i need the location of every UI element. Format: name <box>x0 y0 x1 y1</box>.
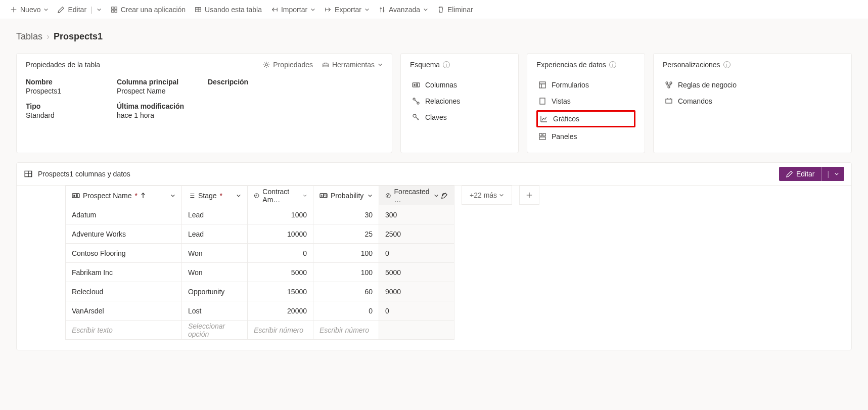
chevron-down-icon <box>97 7 102 12</box>
nav-business-rules[interactable]: Reglas de negocio <box>663 78 842 92</box>
formula-edit-icon <box>441 192 448 199</box>
val-tipo: Standard <box>26 111 117 119</box>
lbl-tipo: Tipo <box>26 102 117 110</box>
cell-probability[interactable]: 0 <box>313 301 379 321</box>
nav-keys[interactable]: Claves <box>410 110 509 124</box>
cell-probability[interactable]: 60 <box>313 282 379 301</box>
fx-icon <box>385 192 391 199</box>
col-header-forecasted[interactable]: Forecasted … <box>379 186 454 205</box>
cell-amount[interactable]: 5000 <box>248 263 313 282</box>
cell-name[interactable]: VanArsdel <box>66 301 182 321</box>
new-amount-input[interactable]: Escribir número <box>248 321 313 340</box>
chevron-down-icon <box>303 193 307 198</box>
add-column-button[interactable] <box>519 186 539 205</box>
fx-icon <box>254 192 259 199</box>
cell-amount[interactable]: 10000 <box>248 224 313 244</box>
advanced-button[interactable]: Avanzada <box>375 0 432 19</box>
val-nombre: Prospects1 <box>26 87 117 95</box>
table-row[interactable]: Contoso FlooringWon01000 <box>66 244 454 263</box>
new-prob-input[interactable]: Escribir número <box>313 321 379 340</box>
cell-probability[interactable]: 30 <box>313 205 379 224</box>
tools-action[interactable]: Herramientas <box>322 61 383 69</box>
form-icon <box>538 81 546 89</box>
info-icon[interactable]: i <box>443 61 450 68</box>
customizations-card: Personalizaciones i Reglas de negocio Co… <box>653 53 852 153</box>
cell-probability[interactable]: 25 <box>313 224 379 244</box>
val-ultmod: hace 1 hora <box>117 111 208 119</box>
cell-stage[interactable]: Won <box>182 244 248 263</box>
cell-amount[interactable]: 20000 <box>248 301 313 321</box>
breadcrumb-root[interactable]: Tablas <box>16 31 42 42</box>
edit-chevron-button[interactable]: | <box>821 167 844 181</box>
schema-card: Esquema i Columnas Relaciones Claves <box>400 53 519 153</box>
new-button[interactable]: Nuevo <box>6 0 53 19</box>
cell-amount[interactable]: 15000 <box>248 282 313 301</box>
nav-views[interactable]: Vistas <box>536 94 635 108</box>
nav-relations[interactable]: Relaciones <box>410 94 509 108</box>
chevron-down-icon <box>236 193 241 198</box>
cell-amount[interactable]: 1000 <box>248 205 313 224</box>
create-app-button[interactable]: Crear una aplicación <box>107 0 190 19</box>
cell-name[interactable]: Relecloud <box>66 282 182 301</box>
info-icon[interactable]: i <box>723 61 730 68</box>
using-table-button[interactable]: Usando esta tabla <box>191 0 266 19</box>
cell-name[interactable]: Contoso Flooring <box>66 244 182 263</box>
nav-dashboards[interactable]: Paneles <box>536 129 635 144</box>
nav-forms[interactable]: Formularios <box>536 78 635 92</box>
table-row[interactable]: VanArsdelLost2000000 <box>66 301 454 321</box>
more-columns-button[interactable]: +22 más <box>462 186 512 205</box>
edit-main-button[interactable]: Editar <box>779 167 822 181</box>
table-row[interactable]: RelecloudOpportunity15000609000 <box>66 282 454 301</box>
col-header-stage[interactable]: Stage* <box>182 186 248 205</box>
chevron-down-icon <box>170 193 175 198</box>
nav-columns[interactable]: Columnas <box>410 78 509 92</box>
cell-name[interactable]: Fabrikam Inc <box>66 263 182 282</box>
edit-button[interactable]: Editar | <box>54 0 105 19</box>
new-label: Nuevo <box>20 6 40 14</box>
cell-name[interactable]: Adatum <box>66 205 182 224</box>
export-button[interactable]: Exportar <box>321 0 374 19</box>
delete-button[interactable]: Eliminar <box>433 0 477 19</box>
cell-stage[interactable]: Opportunity <box>182 282 248 301</box>
create-app-label: Crear una aplicación <box>121 6 186 14</box>
cell-stage[interactable]: Lost <box>182 301 248 321</box>
cell-stage[interactable]: Won <box>182 263 248 282</box>
col-header-amount[interactable]: Contract Am… <box>248 186 313 205</box>
import-button[interactable]: Importar <box>267 0 319 19</box>
relations-icon <box>412 97 420 105</box>
cell-probability[interactable]: 100 <box>313 263 379 282</box>
toolbox-icon <box>322 61 329 68</box>
lbl-nombre: Nombre <box>26 78 117 86</box>
new-stage-input[interactable]: Seleccionar opción <box>182 321 248 340</box>
chevron-down-icon <box>434 193 439 198</box>
new-name-input[interactable]: Escribir texto <box>66 321 182 340</box>
info-icon[interactable]: i <box>609 61 616 68</box>
import-icon <box>271 6 278 13</box>
table-row[interactable]: AdatumLead100030300 <box>66 205 454 224</box>
lbl-desc: Descripción <box>208 78 383 86</box>
chevron-down-icon <box>43 7 49 12</box>
breadcrumb-current: Prospects1 <box>54 31 103 42</box>
lbl-ultmod: Última modificación <box>117 102 208 110</box>
pencil-icon <box>58 6 65 13</box>
cell-name[interactable]: Adventure Works <box>66 224 182 244</box>
nav-commands[interactable]: Comandos <box>663 94 842 108</box>
key-icon <box>412 113 420 121</box>
col-header-probability[interactable]: Probability <box>313 186 379 205</box>
cell-stage[interactable]: Lead <box>182 224 248 244</box>
col-header-name[interactable]: Prospect Name* <box>66 186 182 205</box>
chart-icon <box>540 115 548 123</box>
new-row[interactable]: Escribir texto Seleccionar opción Escrib… <box>66 321 454 340</box>
table-row[interactable]: Fabrikam IncWon50001005000 <box>66 263 454 282</box>
data-grid: Prospect Name* Stage* <box>65 186 454 340</box>
cell-stage[interactable]: Lead <box>182 205 248 224</box>
chevron-down-icon <box>368 193 373 198</box>
properties-action[interactable]: Propiedades <box>263 61 313 69</box>
nav-business-rules-label: Reglas de negocio <box>678 81 737 89</box>
table-row[interactable]: Adventure WorksLead10000252500 <box>66 224 454 244</box>
cell-probability[interactable]: 100 <box>313 244 379 263</box>
flow-icon <box>665 81 673 89</box>
text-icon <box>72 192 80 199</box>
nav-charts[interactable]: Gráficos <box>536 110 635 127</box>
cell-amount[interactable]: 0 <box>248 244 313 263</box>
